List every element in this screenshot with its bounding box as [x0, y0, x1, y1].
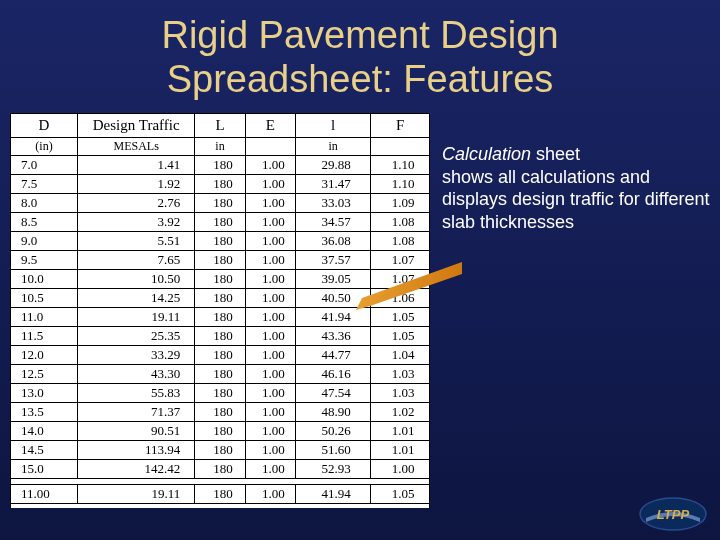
sub-dt: MESALs — [78, 138, 195, 156]
cell: 10.5 — [11, 289, 78, 308]
cell: 5.51 — [78, 232, 195, 251]
sub-F — [371, 138, 430, 156]
col-L: L — [195, 114, 245, 138]
cell: 1.00 — [245, 422, 295, 441]
cell: 1.00 — [245, 270, 295, 289]
cell: 48.90 — [295, 403, 370, 422]
table-row: 15.0142.421801.0052.931.00 — [11, 460, 430, 479]
table-row: 8.53.921801.0034.571.08 — [11, 213, 430, 232]
cell: 14.0 — [11, 422, 78, 441]
separator-row — [11, 504, 430, 509]
cell: 11.0 — [11, 308, 78, 327]
cell: 71.37 — [78, 403, 195, 422]
subheader-row: (in) MESALs in in — [11, 138, 430, 156]
cell: 39.05 — [295, 270, 370, 289]
cell: 1.00 — [245, 384, 295, 403]
cell: 44.77 — [295, 346, 370, 365]
cell: 1.00 — [245, 346, 295, 365]
cell: 29.88 — [295, 156, 370, 175]
cell: 12.5 — [11, 365, 78, 384]
cell: 180 — [195, 270, 245, 289]
cell: 14.25 — [78, 289, 195, 308]
cell: 1.04 — [371, 346, 430, 365]
cell: 8.0 — [11, 194, 78, 213]
cell: 180 — [195, 156, 245, 175]
cell: 33.29 — [78, 346, 195, 365]
page-title: Rigid Pavement Design Spreadsheet: Featu… — [0, 0, 720, 105]
cell: 1.10 — [371, 175, 430, 194]
cell: 2.76 — [78, 194, 195, 213]
cell: 34.57 — [295, 213, 370, 232]
cell: 8.5 — [11, 213, 78, 232]
cell: 1.92 — [78, 175, 195, 194]
cell: 1.00 — [245, 485, 295, 504]
col-l: l — [295, 114, 370, 138]
cell: 1.03 — [371, 384, 430, 403]
cell: 43.30 — [78, 365, 195, 384]
callout-text: Calculation sheet shows all calculations… — [442, 113, 712, 508]
cell: 1.06 — [371, 289, 430, 308]
cell: 180 — [195, 308, 245, 327]
calc-table: D Design Traffic L E l F (in) MESALs in … — [10, 113, 430, 508]
cell: 1.03 — [371, 365, 430, 384]
title-line-2: Spreadsheet: Features — [167, 58, 554, 100]
spreadsheet-table: D Design Traffic L E l F (in) MESALs in … — [10, 113, 430, 508]
cell: 1.00 — [245, 232, 295, 251]
cell: 46.16 — [295, 365, 370, 384]
cell: 1.01 — [371, 441, 430, 460]
table-row: 13.571.371801.0048.901.02 — [11, 403, 430, 422]
cell: 90.51 — [78, 422, 195, 441]
sub-d: (in) — [11, 138, 78, 156]
cell: 31.47 — [295, 175, 370, 194]
cell: 19.11 — [78, 308, 195, 327]
cell: 9.5 — [11, 251, 78, 270]
cell: 14.5 — [11, 441, 78, 460]
table-row: 14.5113.941801.0051.601.01 — [11, 441, 430, 460]
cell: 1.00 — [245, 175, 295, 194]
table-row: 13.055.831801.0047.541.03 — [11, 384, 430, 403]
cell: 41.94 — [295, 308, 370, 327]
table-row: 14.090.511801.0050.261.01 — [11, 422, 430, 441]
col-d: D — [11, 114, 78, 138]
cell: 180 — [195, 232, 245, 251]
cell: 180 — [195, 403, 245, 422]
header-row: D Design Traffic L E l F — [11, 114, 430, 138]
cell: 10.50 — [78, 270, 195, 289]
cell: 36.08 — [295, 232, 370, 251]
table-row: 11.019.111801.0041.941.05 — [11, 308, 430, 327]
cell: 180 — [195, 485, 245, 504]
cell: 1.01 — [371, 422, 430, 441]
cell: 11.00 — [11, 485, 78, 504]
cell: 180 — [195, 175, 245, 194]
table-row: 10.010.501801.0039.051.07 — [11, 270, 430, 289]
table-row: 12.033.291801.0044.771.04 — [11, 346, 430, 365]
cell: 1.07 — [371, 251, 430, 270]
table-row: 8.02.761801.0033.031.09 — [11, 194, 430, 213]
cell: 1.00 — [245, 460, 295, 479]
table-row: 9.05.511801.0036.081.08 — [11, 232, 430, 251]
cell: 113.94 — [78, 441, 195, 460]
cell: 180 — [195, 422, 245, 441]
content-area: D Design Traffic L E l F (in) MESALs in … — [0, 105, 720, 508]
cell: 1.00 — [245, 441, 295, 460]
cell: 33.03 — [295, 194, 370, 213]
table-row: 11.0019.111801.0041.941.05 — [11, 485, 430, 504]
col-E: E — [245, 114, 295, 138]
cell: 7.5 — [11, 175, 78, 194]
cell: 142.42 — [78, 460, 195, 479]
cell: 1.09 — [371, 194, 430, 213]
sub-E — [245, 138, 295, 156]
cell: 13.5 — [11, 403, 78, 422]
cell: 50.26 — [295, 422, 370, 441]
cell: 1.00 — [245, 289, 295, 308]
table-row: 7.51.921801.0031.471.10 — [11, 175, 430, 194]
cell: 13.0 — [11, 384, 78, 403]
callout-lead-sheet: sheet — [531, 144, 580, 164]
cell: 40.50 — [295, 289, 370, 308]
cell: 11.5 — [11, 327, 78, 346]
cell: 1.08 — [371, 232, 430, 251]
cell: 180 — [195, 460, 245, 479]
ltpp-logo: LTPP — [638, 496, 708, 532]
table-row: 7.01.411801.0029.881.10 — [11, 156, 430, 175]
cell: 7.65 — [78, 251, 195, 270]
